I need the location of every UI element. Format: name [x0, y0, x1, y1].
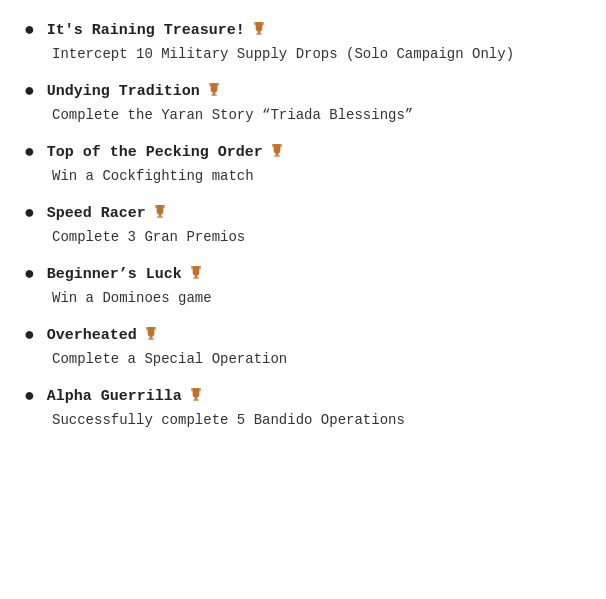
svg-rect-2 — [213, 93, 216, 94]
trophy-icon — [188, 264, 204, 284]
achievement-description: Win a Cockfighting match — [24, 166, 582, 187]
achievement-header: ●Undying Tradition — [24, 81, 582, 101]
svg-rect-13 — [193, 399, 198, 400]
svg-rect-0 — [258, 32, 261, 33]
achievement-description: Complete 3 Gran Premios — [24, 227, 582, 248]
svg-rect-11 — [148, 338, 153, 339]
svg-rect-7 — [157, 216, 162, 217]
achievement-header: ●Top of the Pecking Order — [24, 142, 582, 162]
svg-rect-9 — [193, 277, 198, 278]
achievement-header: ●Alpha Guerrilla — [24, 386, 582, 406]
achievement-header: ●Beginner’s Luck — [24, 264, 582, 284]
bullet-icon: ● — [24, 387, 35, 405]
svg-rect-8 — [195, 276, 198, 277]
bullet-icon: ● — [24, 265, 35, 283]
trophy-icon — [206, 81, 222, 101]
trophy-icon — [143, 325, 159, 345]
svg-rect-1 — [256, 33, 261, 34]
achievement-description: Complete the Yaran Story “Triada Blessin… — [24, 105, 582, 126]
list-item: ●Undying Tradition Complete the Yaran St… — [24, 81, 582, 126]
achievement-title: Speed Racer — [47, 205, 146, 222]
list-item: ●Speed Racer Complete 3 Gran Premios — [24, 203, 582, 248]
list-item: ●Top of the Pecking Order Win a Cockfigh… — [24, 142, 582, 187]
bullet-icon: ● — [24, 21, 35, 39]
achievement-title: It's Raining Treasure! — [47, 22, 245, 39]
svg-rect-6 — [159, 215, 162, 216]
bullet-icon: ● — [24, 143, 35, 161]
svg-rect-5 — [274, 155, 279, 156]
list-item: ●Beginner’s Luck Win a Dominoes game — [24, 264, 582, 309]
list-item: ●It's Raining Treasure! Intercept 10 Mil… — [24, 20, 582, 65]
achievement-list: ●It's Raining Treasure! Intercept 10 Mil… — [24, 20, 582, 431]
achievement-header: ●Overheated — [24, 325, 582, 345]
achievement-title: Beginner’s Luck — [47, 266, 182, 283]
achievement-description: Complete a Special Operation — [24, 349, 582, 370]
list-item: ●Alpha Guerrilla Successfully complete 5… — [24, 386, 582, 431]
achievement-title: Overheated — [47, 327, 137, 344]
trophy-icon — [269, 142, 285, 162]
list-item: ●Overheated Complete a Special Operation — [24, 325, 582, 370]
achievement-description: Win a Dominoes game — [24, 288, 582, 309]
bullet-icon: ● — [24, 326, 35, 344]
svg-rect-4 — [276, 154, 279, 155]
achievement-header: ●Speed Racer — [24, 203, 582, 223]
trophy-icon — [188, 386, 204, 406]
achievement-title: Top of the Pecking Order — [47, 144, 263, 161]
svg-rect-10 — [149, 337, 152, 338]
achievement-title: Undying Tradition — [47, 83, 200, 100]
svg-rect-12 — [195, 398, 198, 399]
achievement-description: Intercept 10 Military Supply Drops (Solo… — [24, 44, 582, 65]
trophy-icon — [152, 203, 168, 223]
achievement-description: Successfully complete 5 Bandido Operatio… — [24, 410, 582, 431]
trophy-icon — [251, 20, 267, 40]
svg-rect-3 — [211, 94, 216, 95]
achievement-title: Alpha Guerrilla — [47, 388, 182, 405]
bullet-icon: ● — [24, 204, 35, 222]
bullet-icon: ● — [24, 82, 35, 100]
achievement-header: ●It's Raining Treasure! — [24, 20, 582, 40]
